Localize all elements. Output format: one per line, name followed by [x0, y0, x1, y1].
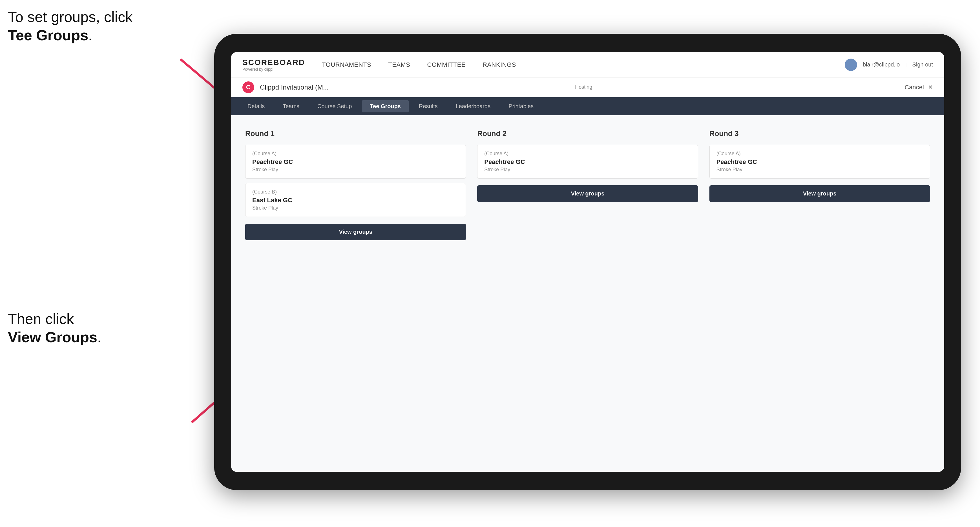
- cancel-button[interactable]: Cancel ✕: [904, 84, 933, 91]
- round-1-course-b-name: East Lake GC: [252, 197, 459, 204]
- instruction-bottom-line1: Then click: [8, 311, 74, 327]
- round-3-course-a-name: Peachtree GC: [716, 158, 923, 166]
- round-1-course-a-name: Peachtree GC: [252, 158, 459, 166]
- rounds-container: Round 1 (Course A) Peachtree GC Stroke P…: [245, 129, 930, 240]
- round-1-column: Round 1 (Course A) Peachtree GC Stroke P…: [245, 129, 466, 240]
- tab-teams[interactable]: Teams: [275, 100, 307, 113]
- round-2-column: Round 2 (Course A) Peachtree GC Stroke P…: [477, 129, 698, 240]
- round-1-course-a-card: (Course A) Peachtree GC Stroke Play: [245, 145, 466, 179]
- sign-out-link[interactable]: Sign out: [912, 61, 933, 68]
- round-2-view-groups-button[interactable]: View groups: [477, 185, 698, 202]
- tab-leaderboards[interactable]: Leaderboards: [448, 100, 498, 113]
- logo-area: SCOREBOARD Powered by clippi: [242, 58, 305, 71]
- round-1-view-groups-button[interactable]: View groups: [245, 224, 466, 240]
- round-1-course-a-label: (Course A): [252, 151, 459, 157]
- nav-teams[interactable]: TEAMS: [388, 61, 410, 68]
- instruction-top: To set groups, click Tee Groups.: [8, 8, 132, 44]
- tab-bar: Details Teams Course Setup Tee Groups Re…: [231, 97, 944, 115]
- user-email: blair@clippd.io: [863, 61, 900, 68]
- top-nav: SCOREBOARD Powered by clippi TOURNAMENTS…: [231, 52, 944, 78]
- tab-course-setup[interactable]: Course Setup: [309, 100, 360, 113]
- tablet-frame: SCOREBOARD Powered by clippi TOURNAMENTS…: [214, 34, 961, 490]
- round-2-course-a-label: (Course A): [484, 151, 691, 157]
- round-2-course-a-format: Stroke Play: [484, 167, 691, 173]
- round-3-course-a-label: (Course A): [716, 151, 923, 157]
- round-3-view-groups-button[interactable]: View groups: [710, 185, 930, 202]
- tablet-screen: SCOREBOARD Powered by clippi TOURNAMENTS…: [231, 52, 944, 472]
- nav-tournaments[interactable]: TOURNAMENTS: [322, 61, 371, 68]
- round-3-course-a-card: (Course A) Peachtree GC Stroke Play: [710, 145, 930, 179]
- logo-text: SCOREBOARD: [242, 58, 305, 67]
- instruction-bottom-punctuation: .: [97, 329, 101, 345]
- instruction-bottom-line2: View Groups: [8, 329, 97, 345]
- nav-right: blair@clippd.io | Sign out: [845, 59, 933, 71]
- tournament-logo: C: [242, 81, 254, 93]
- round-3-column: Round 3 (Course A) Peachtree GC Stroke P…: [710, 129, 930, 240]
- tournament-initial: C: [246, 84, 251, 91]
- instruction-top-line1: To set groups, click: [8, 9, 132, 25]
- tab-details[interactable]: Details: [240, 100, 272, 113]
- tab-results[interactable]: Results: [411, 100, 445, 113]
- tournament-header: C Clippd Invitational (M... Hosting Canc…: [231, 78, 944, 97]
- tournament-name: Clippd Invitational (M...: [260, 83, 572, 91]
- hosting-badge: Hosting: [575, 84, 592, 90]
- round-1-course-b-format: Stroke Play: [252, 205, 459, 211]
- nav-links: TOURNAMENTS TEAMS COMMITTEE RANKINGS: [322, 61, 845, 68]
- tab-tee-groups[interactable]: Tee Groups: [362, 100, 409, 113]
- logo-main: SCOREBOARD: [242, 58, 305, 67]
- logo-sub: Powered by clippi: [242, 67, 305, 71]
- round-2-course-a-card: (Course A) Peachtree GC Stroke Play: [477, 145, 698, 179]
- cancel-x-icon: ✕: [928, 84, 933, 91]
- instruction-top-line2: Tee Groups: [8, 27, 88, 43]
- tab-printables[interactable]: Printables: [501, 100, 541, 113]
- round-1-course-a-format: Stroke Play: [252, 167, 459, 173]
- nav-separator: |: [905, 62, 907, 67]
- instruction-bottom: Then click View Groups.: [8, 310, 101, 346]
- round-1-course-b-label: (Course B): [252, 189, 459, 195]
- round-2-title: Round 2: [477, 129, 698, 138]
- instruction-top-punctuation: .: [88, 27, 92, 43]
- round-3-title: Round 3: [710, 129, 930, 138]
- main-content: Round 1 (Course A) Peachtree GC Stroke P…: [231, 115, 944, 472]
- nav-committee[interactable]: COMMITTEE: [427, 61, 466, 68]
- round-3-course-a-format: Stroke Play: [716, 167, 923, 173]
- user-avatar: [845, 59, 857, 71]
- round-2-course-a-name: Peachtree GC: [484, 158, 691, 166]
- round-1-course-b-card: (Course B) East Lake GC Stroke Play: [245, 183, 466, 217]
- round-1-title: Round 1: [245, 129, 466, 138]
- nav-rankings[interactable]: RANKINGS: [482, 61, 516, 68]
